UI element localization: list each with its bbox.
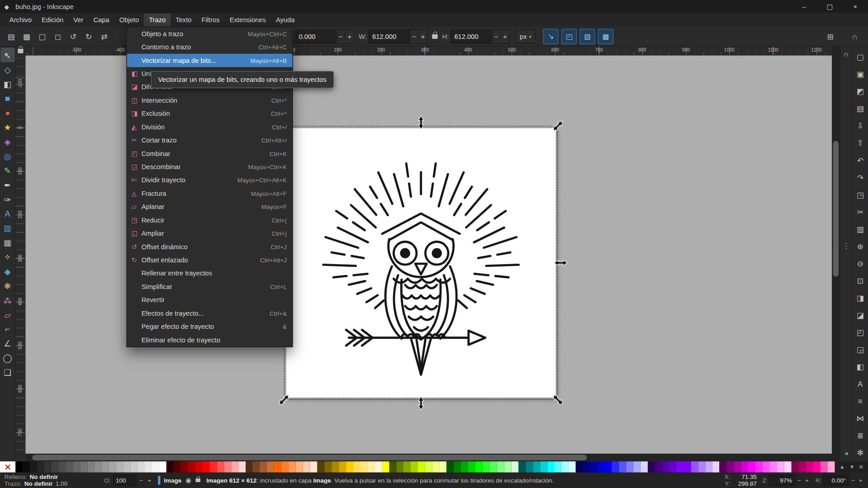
menubar-item[interactable]: Edición: [37, 13, 68, 26]
palette-swatch[interactable]: [80, 461, 87, 473]
select-all-layers-icon[interactable]: ▦: [19, 29, 34, 43]
palette-swatch[interactable]: [827, 461, 835, 473]
mesh-tool[interactable]: ▦: [0, 235, 15, 250]
document-new-icon[interactable]: ▢: [853, 48, 868, 66]
gradient-tool[interactable]: ▥: [0, 221, 15, 235]
menubar-item[interactable]: Ver: [68, 13, 88, 26]
menu-item[interactable]: ↺ Offset dinámico Ctrl+J: [127, 240, 292, 253]
shape-builder-tool[interactable]: ◧: [0, 76, 15, 91]
fill-stroke-icon[interactable]: ◧: [853, 358, 868, 375]
palette-swatch[interactable]: [547, 461, 555, 473]
palette-swatch[interactable]: [382, 461, 389, 473]
eraser-tool[interactable]: ▱: [0, 307, 15, 322]
zoom-plus-button[interactable]: +: [804, 477, 810, 484]
palette-swatch[interactable]: [30, 461, 37, 473]
dock-collapse-icon[interactable]: ◂: [844, 449, 848, 457]
palette-swatch[interactable]: [95, 461, 102, 473]
minimize-button[interactable]: –: [792, 0, 817, 13]
pen-tool[interactable]: ✒: [0, 177, 15, 192]
xml-editor-icon[interactable]: ⋈: [853, 409, 868, 426]
palette-swatch[interactable]: [683, 461, 691, 473]
y-plus-button[interactable]: +: [346, 29, 355, 43]
palette-swatch[interactable]: [626, 461, 633, 473]
palette-swatch[interactable]: [289, 461, 296, 473]
layer-lock-icon[interactable]: [195, 477, 200, 484]
palette-swatch[interactable]: [353, 461, 360, 473]
menubar-item[interactable]: Ayuda: [271, 13, 300, 26]
pages-tool[interactable]: ❏: [0, 365, 15, 379]
horizontal-scrollbar[interactable]: [25, 454, 832, 461]
palette-swatch[interactable]: [87, 461, 95, 473]
palette-swatch[interactable]: [267, 461, 274, 473]
paste-icon[interactable]: ▥: [853, 220, 868, 237]
star-tool[interactable]: ★: [0, 120, 15, 134]
palette-swatch[interactable]: [504, 461, 511, 473]
palette-swatch[interactable]: [483, 461, 490, 473]
rotate-cw-icon[interactable]: ↻: [81, 29, 96, 43]
palette-swatch[interactable]: [763, 461, 770, 473]
palette-swatch[interactable]: [109, 461, 116, 473]
vertical-scrollbar-thumb[interactable]: [833, 141, 839, 276]
palette-swatch[interactable]: [755, 461, 763, 473]
pencil-tool[interactable]: ✎: [0, 163, 15, 178]
palette-swatch[interactable]: [274, 461, 281, 473]
scale-stroke-toggle[interactable]: ↘: [543, 28, 559, 44]
palette-swatch[interactable]: [166, 461, 174, 473]
palette-swatch[interactable]: [655, 461, 662, 473]
align-dialog-icon[interactable]: ≡: [853, 392, 868, 409]
palette-swatch[interactable]: [130, 461, 138, 473]
palette-swatch[interactable]: [461, 461, 468, 473]
ellipse-tool[interactable]: ●: [0, 105, 15, 120]
move-gradients-toggle[interactable]: ▧: [580, 28, 595, 44]
palette-swatch[interactable]: [317, 461, 324, 473]
w-plus-button[interactable]: +: [419, 29, 428, 43]
menu-item[interactable]: ◭ División Ctrl+/: [127, 120, 292, 133]
export-icon[interactable]: ⇧: [853, 134, 868, 152]
spray-tool[interactable]: ⁂: [0, 293, 15, 307]
opacity-plus-button[interactable]: +: [147, 477, 152, 484]
palette-swatch[interactable]: [188, 461, 195, 473]
guide-lock-corner[interactable]: [15, 47, 25, 56]
palette-swatch[interactable]: [159, 461, 166, 473]
palette-swatch[interactable]: [511, 461, 518, 473]
palette-swatch[interactable]: [770, 461, 777, 473]
palette-swatch[interactable]: [116, 461, 123, 473]
palette-swatch[interactable]: [583, 461, 590, 473]
palette-swatch[interactable]: [813, 461, 820, 473]
menu-item[interactable]: Simplificar Ctrl+L: [127, 280, 292, 293]
palette-swatch[interactable]: [145, 461, 152, 473]
palette-swatch[interactable]: [202, 461, 209, 473]
palette-swatch[interactable]: [439, 461, 446, 473]
palette-swatch[interactable]: [468, 461, 475, 473]
palette-swatch[interactable]: [432, 461, 440, 473]
document-open-icon[interactable]: ▣: [853, 66, 868, 83]
palette-swatch[interactable]: [238, 461, 246, 473]
palette-swatch[interactable]: [612, 461, 619, 473]
palette-swatch[interactable]: [217, 461, 224, 473]
palette-swatch[interactable]: [224, 461, 231, 473]
select-inverse-icon[interactable]: ◻: [50, 29, 65, 43]
menubar-item[interactable]: Capa: [88, 13, 114, 26]
palette-swatch[interactable]: [59, 461, 66, 473]
select-all-icon[interactable]: ▤: [3, 29, 19, 43]
palette-swatch[interactable]: [748, 461, 755, 473]
menu-item[interactable]: Efectos de trayecto... Ctrl+&: [127, 307, 292, 320]
palette-swatch[interactable]: [246, 461, 253, 473]
snap-master-icon[interactable]: ∩: [844, 50, 849, 58]
menu-item[interactable]: ◱ Ampliar Ctrl+): [127, 227, 292, 240]
menu-item[interactable]: Contorno a trazo Ctrl+Alt+C: [127, 41, 292, 54]
palette-swatch[interactable]: [727, 461, 734, 473]
menu-item[interactable]: Vectorizar mapa de bits... Mayús+Alt+B: [127, 54, 292, 67]
document-save-icon[interactable]: ◩: [853, 83, 868, 100]
menubar-item[interactable]: Texto: [171, 13, 196, 26]
palette-swatch[interactable]: [799, 461, 806, 473]
palette-swatch[interactable]: [23, 461, 30, 473]
print-icon[interactable]: ▤: [853, 100, 868, 117]
palette-swatch[interactable]: [619, 461, 626, 473]
w-input[interactable]: [369, 30, 410, 43]
palette-swatch[interactable]: [518, 461, 526, 473]
menu-item[interactable]: ✄ Dividir trayecto Mayús+Ctrl+Alt+K: [127, 174, 292, 187]
calligraphy-tool[interactable]: ✑: [0, 192, 15, 206]
palette-swatch[interactable]: [52, 461, 59, 473]
spiral-tool[interactable]: ◎: [0, 149, 15, 163]
